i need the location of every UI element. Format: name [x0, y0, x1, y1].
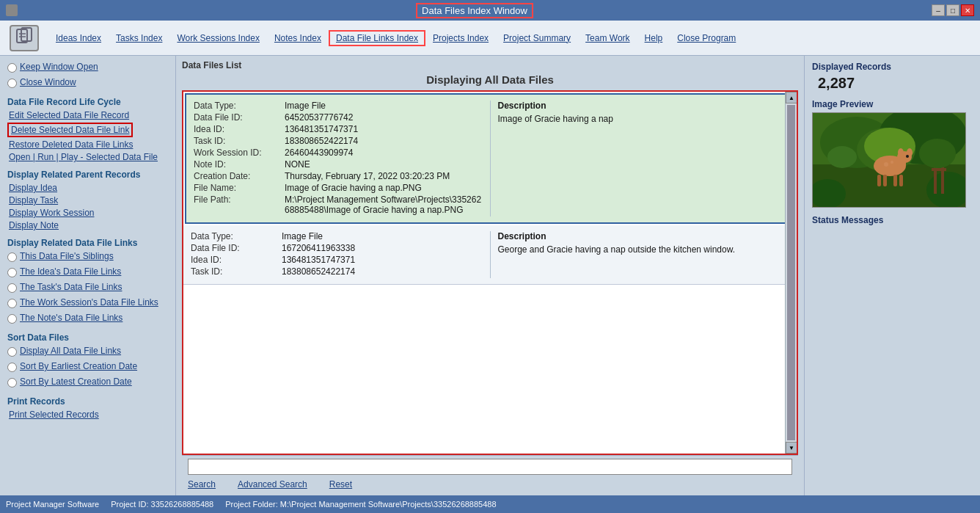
- file-name-field-1: File Name: Image of Gracie having a nap.…: [194, 183, 483, 193]
- task-links-option: The Task's Data File Links: [7, 282, 168, 294]
- menu-tasks-index[interactable]: Tasks Index: [109, 30, 169, 46]
- scroll-thumb[interactable]: [787, 105, 795, 440]
- menu-help[interactable]: Help: [637, 30, 670, 46]
- list-title: Displaying All Data Files: [182, 73, 798, 86]
- idea-id-value-1: 136481351747371: [285, 124, 358, 134]
- sort-earliest-radio[interactable]: [7, 363, 17, 372]
- print-selected-link[interactable]: Print Selected Records: [7, 410, 168, 420]
- sort-earliest-label[interactable]: Sort By Earliest Creation Date: [20, 361, 137, 371]
- menu-work-sessions-index[interactable]: Work Sessions Index: [169, 30, 267, 46]
- main-container: Keep Window Open Close Window Data File …: [0, 56, 980, 495]
- idea-id-label-1: Idea ID:: [194, 124, 282, 134]
- siblings-label[interactable]: This Data File's Siblings: [20, 251, 114, 261]
- delete-selected-link[interactable]: Delete Selected Data File Link: [7, 123, 133, 137]
- task-id-field-1: Task ID: 183808652422174: [194, 136, 483, 146]
- idea-links-label[interactable]: The Idea's Data File Links: [20, 266, 121, 277]
- lifecycle-header: Data File Record Life Cycle: [7, 97, 168, 107]
- menu-notes-index[interactable]: Notes Index: [267, 30, 329, 46]
- work-session-links-option: The Work Session's Data File Links: [7, 297, 168, 310]
- svg-rect-13: [877, 175, 881, 186]
- record-right-1: Description Image of Gracie having a nap: [490, 101, 787, 217]
- data-type-value-2: Image File: [282, 231, 323, 241]
- search-input[interactable]: [188, 459, 792, 475]
- task-id-value-2: 183808652422174: [282, 266, 355, 277]
- task-id-label-2: Task ID:: [191, 266, 279, 277]
- data-type-field-1: Data Type: Image File: [194, 101, 483, 111]
- task-links-label[interactable]: The Task's Data File Links: [20, 282, 122, 292]
- menu-project-summary[interactable]: Project Summary: [496, 30, 578, 46]
- menu-projects-index[interactable]: Projects Index: [425, 30, 496, 46]
- keep-window-open-option: Keep Window Open: [7, 62, 168, 74]
- content-area: Data Files List Displaying All Data File…: [176, 56, 804, 495]
- project-folder-section: Project Folder: M:\Project Management So…: [225, 500, 496, 509]
- display-note-link[interactable]: Display Note: [7, 220, 168, 230]
- close-window-label[interactable]: Close Window: [20, 77, 76, 87]
- work-session-id-label-1: Work Session ID:: [194, 148, 282, 158]
- creation-date-field-1: Creation Date: Thursday, February 17, 20…: [194, 171, 483, 181]
- display-all-label[interactable]: Display All Data File Links: [20, 346, 121, 356]
- idea-id-label-2: Idea ID:: [191, 255, 279, 265]
- siblings-radio[interactable]: [7, 252, 17, 262]
- data-type-label-2: Data Type:: [191, 231, 279, 241]
- task-links-radio[interactable]: [7, 283, 17, 293]
- displayed-records-label: Displayed Records: [812, 62, 973, 72]
- creation-date-value-1: Thursday, February 17, 2022 03:20:23 PM: [285, 171, 450, 181]
- work-session-links-radio[interactable]: [7, 299, 17, 308]
- file-path-label-1: File Path:: [194, 194, 282, 205]
- data-type-label-1: Data Type:: [194, 101, 282, 111]
- menu-data-file-links-index[interactable]: Data File Links Index: [329, 30, 425, 46]
- description-header-1: Description: [498, 101, 787, 111]
- image-preview-label: Image Preview: [812, 99, 973, 109]
- parent-records-header: Display Related Parent Records: [7, 170, 168, 180]
- display-task-link[interactable]: Display Task: [7, 195, 168, 205]
- record-row-2[interactable]: Data Type: Image File Data File ID: 1672…: [183, 225, 797, 285]
- displayed-records-section: Displayed Records 2,287: [812, 62, 973, 92]
- record-left-2: Data Type: Image File Data File ID: 1672…: [191, 231, 483, 278]
- idea-links-radio[interactable]: [7, 268, 17, 277]
- note-links-radio[interactable]: [7, 314, 17, 324]
- maximize-button[interactable]: □: [946, 4, 959, 16]
- advanced-search-link[interactable]: Advanced Search: [238, 479, 307, 490]
- creation-date-label-1: Creation Date:: [194, 171, 282, 181]
- restore-deleted-link[interactable]: Restore Deleted Data File Links: [7, 139, 168, 150]
- data-file-id-label-2: Data File ID:: [191, 243, 279, 253]
- sort-latest-label[interactable]: Sort By Latest Creation Date: [20, 376, 132, 387]
- open-run-play-link[interactable]: Open | Run | Play - Selected Data File: [7, 152, 168, 162]
- svg-rect-15: [893, 175, 897, 186]
- project-folder-value: M:\Project Management Software\Projects\…: [280, 500, 497, 509]
- list-label: Data Files List: [182, 60, 798, 70]
- search-link[interactable]: Search: [188, 479, 216, 490]
- idea-id-field-2: Idea ID: 136481351747371: [191, 255, 483, 265]
- print-header: Print Records: [7, 396, 168, 407]
- project-folder-label: Project Folder:: [225, 500, 278, 509]
- sort-latest-radio[interactable]: [7, 378, 17, 388]
- scrollbar[interactable]: ▲ ▼: [785, 92, 797, 454]
- scroll-down-button[interactable]: ▼: [786, 442, 797, 454]
- menu-team-work[interactable]: Team Work: [578, 30, 637, 46]
- reset-link[interactable]: Reset: [329, 479, 352, 490]
- idea-links-option: The Idea's Data File Links: [7, 266, 168, 279]
- display-all-radio[interactable]: [7, 347, 17, 357]
- records-container[interactable]: Data Type: Image File Data File ID: 6452…: [182, 90, 798, 455]
- scroll-up-button[interactable]: ▲: [786, 92, 797, 103]
- svg-point-21: [891, 161, 893, 164]
- project-id-value: 33526268885488: [151, 500, 214, 509]
- project-id-label: Project ID:: [111, 500, 148, 509]
- note-links-label[interactable]: The Note's Data File Links: [20, 313, 122, 323]
- menu-ideas-index[interactable]: Ideas Index: [48, 30, 109, 46]
- keep-window-radio[interactable]: [7, 63, 17, 73]
- edit-selected-link[interactable]: Edit Selected Data File Record: [7, 110, 168, 120]
- close-window-option: Close Window: [7, 77, 168, 90]
- idea-id-field-1: Idea ID: 136481351747371: [194, 124, 483, 134]
- close-button[interactable]: ✕: [961, 4, 974, 16]
- close-window-radio[interactable]: [7, 79, 17, 88]
- keep-window-label[interactable]: Keep Window Open: [20, 62, 98, 72]
- minimize-button[interactable]: –: [932, 4, 945, 16]
- display-work-session-link[interactable]: Display Work Session: [7, 208, 168, 218]
- image-preview: [812, 112, 966, 208]
- menu-close-program[interactable]: Close Program: [670, 30, 743, 46]
- work-session-links-label[interactable]: The Work Session's Data File Links: [20, 297, 158, 308]
- task-id-value-1: 183808652422174: [285, 136, 358, 146]
- display-idea-link[interactable]: Display Idea: [7, 183, 168, 193]
- record-row-1[interactable]: Data Type: Image File Data File ID: 6452…: [185, 93, 795, 224]
